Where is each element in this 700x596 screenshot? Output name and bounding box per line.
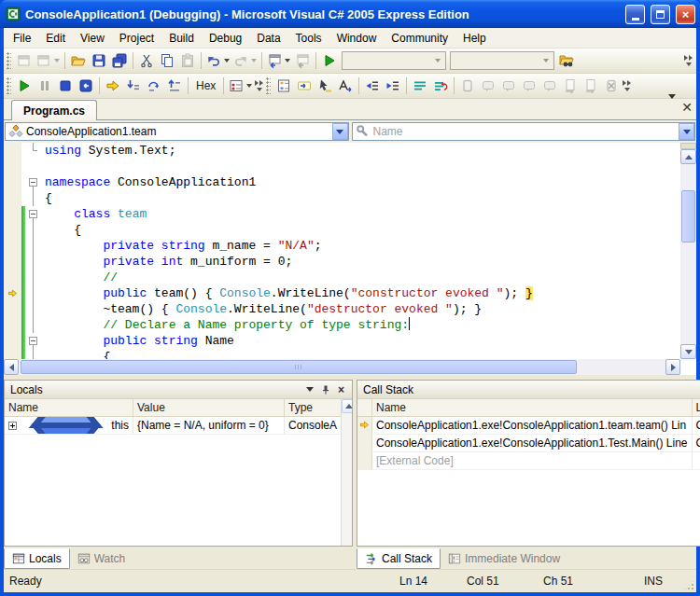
close-document-button[interactable]: ✕ xyxy=(681,102,693,113)
scroll-down-button[interactable] xyxy=(680,344,696,359)
next-bookmark-button[interactable] xyxy=(498,76,519,96)
code-line[interactable]: ~team() { Console.WriteLine("destructor … xyxy=(45,301,680,317)
window-position-button[interactable] xyxy=(302,382,316,396)
menu-data[interactable]: Data xyxy=(249,29,287,48)
column-header-name[interactable]: Name xyxy=(5,399,133,416)
tab-watch[interactable]: Watch xyxy=(70,548,133,569)
start-debugging-button[interactable] xyxy=(319,50,340,71)
toolbar-combo-1[interactable] xyxy=(342,51,446,70)
menu-file[interactable]: File xyxy=(6,29,38,48)
menu-edit[interactable]: Edit xyxy=(38,29,73,48)
tab-program-cs[interactable]: Program.cs xyxy=(11,100,97,120)
next-bookmark-folder-button[interactable] xyxy=(539,76,560,96)
document-list-button[interactable] xyxy=(668,99,676,116)
code-line[interactable]: { xyxy=(45,190,680,206)
menu-help[interactable]: Help xyxy=(455,29,494,48)
code-line[interactable]: // Declare a Name property of type strin… xyxy=(45,317,680,333)
split-handle[interactable] xyxy=(680,143,696,149)
decrease-indent-button[interactable] xyxy=(362,76,383,96)
value-cell[interactable]: {Name = N/A, uniform = 0} xyxy=(133,417,285,434)
menu-tools[interactable]: Tools xyxy=(288,29,329,48)
scroll-left-button[interactable] xyxy=(4,359,19,375)
cut-button[interactable] xyxy=(136,50,157,71)
save-all-button[interactable] xyxy=(109,50,130,71)
breakpoints-window-button[interactable] xyxy=(227,76,254,96)
standard-toolbar-overflow-button[interactable] xyxy=(683,50,694,71)
restart-button[interactable] xyxy=(76,76,96,96)
paste-button[interactable] xyxy=(177,50,198,71)
types-dropdown[interactable]: ConsoleApplication1.team xyxy=(5,122,349,141)
code-line[interactable]: private string m_name = "N/A"; xyxy=(45,238,680,254)
save-button[interactable] xyxy=(89,50,109,71)
toggle-bookmark-button[interactable] xyxy=(457,76,478,96)
new-project-button[interactable] xyxy=(14,50,35,71)
debug-toolbar-overflow-button[interactable] xyxy=(254,76,265,96)
toolbar-combo-2[interactable] xyxy=(450,51,554,70)
copy-button[interactable] xyxy=(157,50,177,71)
redo-button[interactable] xyxy=(231,50,259,71)
minimize-button[interactable] xyxy=(625,5,645,24)
hex-button[interactable]: Hex xyxy=(191,76,220,96)
next-bookmark-document-button[interactable] xyxy=(581,76,601,96)
code-line[interactable]: public string Name xyxy=(45,333,680,349)
toolbar-grip[interactable] xyxy=(7,52,11,69)
code-text-area[interactable]: using System.Text;namespace ConsoleAppli… xyxy=(41,143,680,359)
increase-indent-button[interactable] xyxy=(383,76,403,96)
code-line[interactable]: { xyxy=(45,222,680,238)
previous-bookmark-button[interactable] xyxy=(478,76,498,96)
tab-call-stack[interactable]: Call Stack xyxy=(357,548,441,569)
code-line[interactable]: class team xyxy=(45,206,680,222)
scroll-up-button[interactable] xyxy=(342,399,352,413)
collapse-region-button[interactable] xyxy=(29,178,37,187)
expand-button[interactable] xyxy=(8,422,17,430)
code-line[interactable]: using System.Text; xyxy=(45,143,680,159)
comment-lines-button[interactable] xyxy=(410,76,430,96)
menu-debug[interactable]: Debug xyxy=(202,29,249,48)
close-button[interactable]: × xyxy=(676,5,695,24)
member-list-button[interactable] xyxy=(273,76,294,96)
title-bar[interactable]: ConsoleApplication1 (Debugging) - Micros… xyxy=(0,0,700,28)
locals-row-this[interactable]: this{Name = N/A, uniform = 0}ConsoleA xyxy=(5,417,341,435)
members-dropdown[interactable]: Name xyxy=(352,122,696,141)
members-dropdown-button[interactable] xyxy=(679,123,694,140)
maximize-button[interactable] xyxy=(651,5,670,24)
toolbar-grip[interactable] xyxy=(7,77,11,94)
close-panel-button[interactable]: × xyxy=(334,382,348,396)
column-header-name[interactable]: Name xyxy=(372,399,693,416)
editor-vertical-scrollbar[interactable] xyxy=(680,143,696,359)
indicator-margin[interactable] xyxy=(4,143,21,359)
column-header-language[interactable]: Langu xyxy=(693,399,700,416)
break-all-button[interactable] xyxy=(35,76,55,96)
code-line[interactable]: public team() { Console.WriteLine("const… xyxy=(45,285,680,301)
clear-bookmarks-button[interactable] xyxy=(601,76,622,96)
vertical-scroll-thumb[interactable] xyxy=(681,190,695,243)
continue-button[interactable] xyxy=(14,76,35,96)
previous-bookmark-folder-button[interactable] xyxy=(519,76,539,96)
column-header-value[interactable]: Value xyxy=(133,399,285,416)
menu-project[interactable]: Project xyxy=(112,29,161,48)
code-line[interactable]: namespace ConsoleApplication1 xyxy=(45,174,680,190)
menu-build[interactable]: Build xyxy=(161,29,202,48)
locals-panel-title-bar[interactable]: Locals × xyxy=(5,381,352,399)
column-header-type[interactable]: Type xyxy=(285,399,341,416)
locals-scrollbar[interactable] xyxy=(341,399,352,546)
find-in-files-button[interactable] xyxy=(556,50,577,71)
previous-bookmark-document-button[interactable] xyxy=(560,76,581,96)
types-dropdown-button[interactable] xyxy=(332,123,348,140)
navigate-forward-button[interactable] xyxy=(292,50,313,71)
scroll-right-button[interactable] xyxy=(665,359,680,375)
call-stack-frame-0[interactable]: ConsoleApplication1.exe!ConsoleApplicati… xyxy=(357,417,700,435)
toolbar-grip[interactable] xyxy=(266,77,271,94)
show-next-statement-button[interactable] xyxy=(103,76,123,96)
menu-window[interactable]: Window xyxy=(329,29,385,48)
code-line[interactable]: { xyxy=(45,349,680,359)
uncomment-lines-button[interactable] xyxy=(430,76,451,96)
step-out-button[interactable] xyxy=(164,76,185,96)
navigate-backward-button[interactable] xyxy=(265,50,292,71)
call-stack-frame-2[interactable]: [External Code] xyxy=(357,452,700,470)
call-stack-panel-title-bar[interactable]: Call Stack × xyxy=(357,381,700,399)
scroll-up-button[interactable] xyxy=(680,149,696,164)
open-file-button[interactable] xyxy=(68,50,89,71)
collapse-region-button[interactable] xyxy=(29,210,37,218)
code-line[interactable] xyxy=(45,159,680,174)
